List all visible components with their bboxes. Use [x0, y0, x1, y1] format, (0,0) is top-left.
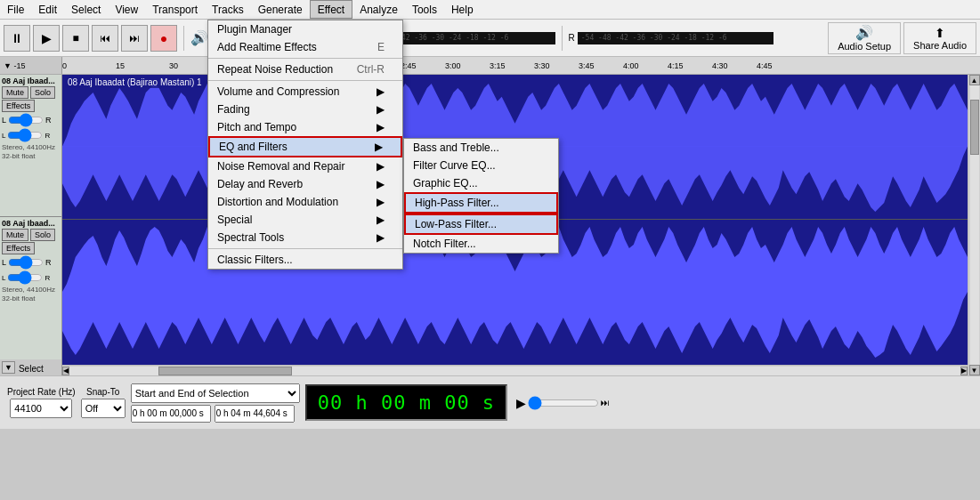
graphic-eq-item[interactable]: Graphic EQ... — [404, 174, 558, 192]
track2-mute-button[interactable]: Mute — [2, 229, 28, 241]
track1-mute-button[interactable]: Mute — [2, 86, 28, 99]
track2-fx-button[interactable]: Effects — [2, 242, 35, 254]
pause-button[interactable]: ⏸ — [4, 25, 30, 52]
share-audio-button[interactable]: ⬆ Share Audio — [903, 22, 976, 54]
time-display: 00 h 00 m 00 s — [305, 384, 507, 421]
notch-filter-item[interactable]: Notch Filter... — [404, 235, 558, 253]
snap-to-label: Snap-To — [86, 387, 119, 397]
spectral-tools-item[interactable]: Spectral Tools▶ — [208, 229, 402, 246]
menu-help[interactable]: Help — [444, 0, 481, 19]
volume-compression-item[interactable]: Volume and Compression▶ — [208, 83, 402, 101]
track1-gain-slider[interactable] — [8, 113, 44, 127]
menu-generate[interactable]: Generate — [251, 0, 310, 19]
time-end-input[interactable] — [215, 405, 295, 423]
pan-r-label: R — [45, 132, 50, 140]
pan-l-label: L — [2, 132, 5, 140]
pitch-tempo-item[interactable]: Pitch and Tempo▶ — [208, 118, 402, 136]
mini-end-button[interactable]: ⏭ — [601, 398, 610, 407]
plugin-manager-item[interactable]: Plugin Manager — [208, 20, 402, 38]
repeat-noise-reduction-item[interactable]: Repeat Noise ReductionCtrl-R — [208, 60, 402, 78]
track2-info: Stereo, 44100Hz32-bit float — [2, 286, 60, 302]
timeline-ruler: 0 15 30 1:45 2:00 2:15 2:30 2:45 3:00 3:… — [62, 57, 980, 74]
stop-button[interactable]: ■ — [62, 25, 89, 52]
low-pass-filter-item[interactable]: Low-Pass Filter... — [404, 214, 558, 235]
fading-item[interactable]: Fading▶ — [208, 101, 402, 118]
collapse-button[interactable]: ▼ — [2, 361, 15, 374]
playback-position-slider[interactable] — [528, 396, 599, 410]
project-rate-label: Project Rate (Hz) — [7, 387, 76, 397]
classic-filters-item[interactable]: Classic Filters... — [208, 251, 402, 269]
mini-play-button[interactable]: ▶ — [516, 396, 526, 410]
time-start-input[interactable] — [131, 405, 211, 423]
track2-pan-slider[interactable] — [7, 270, 43, 285]
menu-transport[interactable]: Transport — [145, 0, 205, 19]
menu-view[interactable]: View — [108, 0, 145, 19]
track1-controls: 08 Aaj Ibaad... Mute Solo Effects L R L … — [0, 75, 61, 217]
track2-gain-slider[interactable] — [8, 255, 44, 270]
bass-treble-item[interactable]: Bass and Treble... — [404, 139, 558, 157]
ruler-left-spacer: ▼ -15 — [0, 57, 62, 74]
meter-r-label: R — [569, 33, 575, 43]
snap-to-select[interactable]: Off — [81, 399, 126, 418]
track1-solo-button[interactable]: Solo — [30, 86, 55, 99]
high-pass-filter-item[interactable]: High-Pass Filter... — [404, 192, 558, 214]
menu-effect[interactable]: Effect — [310, 0, 352, 19]
add-realtime-effects-item[interactable]: Add Realtime EffectsE — [208, 38, 402, 56]
filter-curve-eq-item[interactable]: Filter Curve EQ... — [404, 157, 558, 174]
volume-icon: 🔊 — [190, 29, 208, 46]
special-item[interactable]: Special▶ — [208, 211, 402, 229]
scroll-up-button[interactable]: ▲ — [969, 75, 980, 85]
eq-filters-item[interactable]: EQ and Filters▶ — [208, 136, 402, 157]
selection-mode-select[interactable]: Start and End of Selection — [131, 383, 300, 403]
project-rate-select[interactable]: 44100 — [10, 399, 72, 418]
track1-fx-button[interactable]: Effects — [2, 100, 35, 112]
track2-name: 08 Aaj Ibaad... — [2, 219, 60, 228]
menu-select[interactable]: Select — [64, 0, 108, 19]
eq-filters-submenu: Bass and Treble... Filter Curve EQ... Gr… — [403, 138, 559, 254]
gain-r-label: R — [45, 116, 52, 125]
record-button[interactable]: ● — [150, 25, 177, 52]
effect-menu: Plugin Manager Add Realtime EffectsE Rep… — [207, 20, 403, 270]
menu-tools[interactable]: Tools — [405, 0, 444, 19]
track2-controls: 08 Aaj Ibaad... Mute Solo Effects L R L … — [0, 217, 61, 359]
track1-info: Stereo, 44100Hz32-bit float — [2, 143, 60, 160]
audio-setup-button[interactable]: 🔊 Audio Setup — [828, 22, 901, 54]
next-button[interactable]: ⏭ — [121, 25, 148, 52]
distortion-modulation-item[interactable]: Distortion and Modulation▶ — [208, 193, 402, 211]
scroll-down-button[interactable]: ▼ — [969, 365, 980, 375]
track2-solo-button[interactable]: Solo — [30, 229, 55, 241]
track1-name: 08 Aaj Ibaad... — [2, 77, 60, 85]
noise-removal-item[interactable]: Noise Removal and Repair▶ — [208, 157, 402, 175]
prev-button[interactable]: ⏮ — [92, 25, 118, 52]
delay-reverb-item[interactable]: Delay and Reverb▶ — [208, 175, 402, 193]
menu-edit[interactable]: Edit — [31, 0, 64, 19]
menu-file[interactable]: File — [0, 0, 31, 19]
play-button[interactable]: ▶ — [33, 25, 60, 52]
track1-pan-slider[interactable] — [7, 128, 43, 142]
menu-tracks[interactable]: Tracks — [205, 0, 251, 19]
select-tool[interactable]: Select — [19, 364, 44, 374]
menu-analyze[interactable]: Analyze — [352, 0, 405, 19]
gain-l-label: L — [2, 116, 6, 125]
